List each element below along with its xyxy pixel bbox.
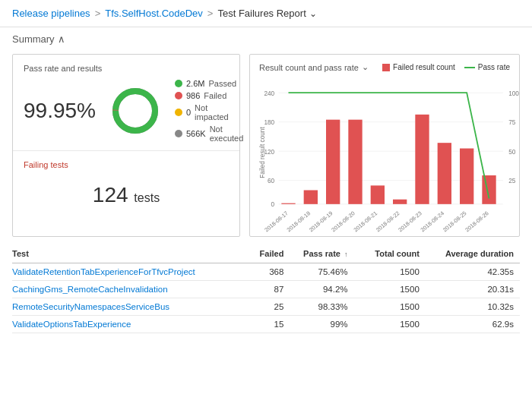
svg-text:2018-08-20: 2018-08-20 bbox=[330, 210, 356, 233]
not-executed-value: 566K bbox=[186, 129, 206, 138]
passed-dot bbox=[175, 80, 182, 87]
col-total: Total count bbox=[362, 244, 426, 263]
cell-empty bbox=[354, 298, 362, 316]
bar-8 bbox=[460, 149, 473, 204]
breadcrumb-part2[interactable]: Tfs.SelfHost.CodeDev bbox=[105, 8, 203, 19]
donut-svg bbox=[109, 85, 161, 137]
svg-text:2018-08-22: 2018-08-22 bbox=[375, 210, 401, 233]
passed-value: 2.6M bbox=[186, 79, 204, 88]
pass-rate-content: 99.95% 2.6M bbox=[24, 79, 229, 143]
pass-rate-line bbox=[289, 93, 489, 198]
legend-not-impacted: 0 Not impacted bbox=[175, 103, 243, 121]
chart-legend: 2.6M Passed 986 Failed 0 Not impacted bbox=[175, 79, 243, 143]
cell-total: 1500 bbox=[362, 281, 426, 298]
bar-9 bbox=[482, 175, 496, 204]
summary-section: Summary ∧ bbox=[0, 27, 532, 54]
chevron-down-icon[interactable]: ⌄ bbox=[309, 8, 317, 19]
bar-4 bbox=[371, 185, 385, 203]
chart-inner: Result count and pass rate ⌄ Failed resu… bbox=[250, 55, 519, 236]
failing-label-text: tests bbox=[134, 191, 160, 204]
legend-failed: 986 Failed bbox=[175, 91, 243, 100]
cell-pass-rate: 98.33% bbox=[290, 298, 353, 316]
bar-6 bbox=[415, 115, 429, 204]
table-header-row: Test Failed Pass rate ↑ Total count Aver… bbox=[12, 244, 520, 263]
svg-point-1 bbox=[116, 91, 155, 131]
col-pass-rate: Pass rate ↑ bbox=[290, 244, 353, 263]
cell-total: 1500 bbox=[362, 316, 426, 333]
bar-chart-svg: 240 180 120 60 0 100 75 50 25 Failed res… bbox=[259, 77, 510, 229]
cell-empty bbox=[354, 263, 362, 281]
svg-text:50: 50 bbox=[508, 149, 516, 156]
failed-bar-icon bbox=[382, 64, 390, 71]
bar-1 bbox=[304, 191, 318, 204]
chart-area: 240 180 120 60 0 100 75 50 25 Failed res… bbox=[259, 77, 510, 229]
chart-title: Result count and pass rate ⌄ bbox=[259, 62, 369, 72]
cell-avg-dur: 42.35s bbox=[426, 263, 520, 281]
bar-5 bbox=[393, 200, 407, 204]
cell-test[interactable]: CachingGms_RemoteCacheInvalidation bbox=[12, 281, 252, 298]
cell-pass-rate: 94.2% bbox=[290, 281, 353, 298]
svg-text:25: 25 bbox=[508, 178, 516, 184]
sort-icon[interactable]: ↑ bbox=[344, 251, 348, 258]
failing-number: 124 bbox=[93, 183, 128, 206]
cell-avg-dur: 62.9s bbox=[426, 316, 520, 333]
cell-avg-dur: 20.31s bbox=[426, 281, 520, 298]
svg-text:240: 240 bbox=[264, 90, 274, 97]
cell-total: 1500 bbox=[362, 263, 426, 281]
summary-header[interactable]: Summary ∧ bbox=[12, 33, 520, 45]
passed-label: Passed bbox=[208, 79, 236, 88]
not-impacted-dot bbox=[175, 109, 182, 116]
legend-passed: 2.6M Passed bbox=[175, 79, 243, 88]
chart-chevron-icon[interactable]: ⌄ bbox=[362, 62, 369, 72]
svg-text:2018-08-19: 2018-08-19 bbox=[308, 210, 334, 233]
cell-empty bbox=[354, 281, 362, 298]
svg-text:2018-08-18: 2018-08-18 bbox=[286, 210, 312, 233]
breadcrumb-part3: Test Failures Report ⌄ bbox=[217, 8, 316, 19]
breadcrumb-part1[interactable]: Release pipelines bbox=[12, 8, 90, 19]
table-row: RemoteSecurityNamespacesServiceBus 25 98… bbox=[12, 298, 520, 316]
chart-card: Result count and pass rate ⌄ Failed resu… bbox=[249, 54, 520, 237]
pass-line-icon bbox=[464, 67, 475, 68]
pass-rate-section: Pass rate and results 99.95% bbox=[13, 55, 239, 151]
collapse-icon: ∧ bbox=[58, 33, 65, 45]
cell-failed: 87 bbox=[252, 281, 290, 298]
chart-legend-items: Failed result count Pass rate bbox=[382, 63, 510, 71]
not-executed-label: Not executed bbox=[210, 125, 244, 143]
legend-failed-bar: Failed result count bbox=[382, 63, 455, 71]
table-row: ValidateRetentionTabExperienceForTfvcPro… bbox=[12, 263, 520, 281]
pass-rate-card: Pass rate and results 99.95% bbox=[12, 54, 240, 237]
cards-row: Pass rate and results 99.95% bbox=[0, 54, 532, 237]
results-table: Test Failed Pass rate ↑ Total count Aver… bbox=[12, 244, 520, 333]
svg-text:2018-08-23: 2018-08-23 bbox=[397, 210, 423, 233]
svg-text:2018-08-17: 2018-08-17 bbox=[263, 210, 290, 233]
col-avg-dur: Average duration bbox=[426, 244, 520, 263]
svg-text:Failed result count: Failed result count bbox=[259, 127, 266, 178]
donut-chart bbox=[109, 85, 161, 137]
failed-value: 986 bbox=[186, 91, 200, 100]
col-spacer bbox=[354, 244, 362, 263]
not-impacted-value: 0 bbox=[186, 108, 191, 117]
breadcrumb-sep1: > bbox=[95, 8, 101, 19]
svg-text:2018-08-25: 2018-08-25 bbox=[442, 210, 468, 233]
cell-total: 1500 bbox=[362, 298, 426, 316]
pass-rate-title: Pass rate and results bbox=[24, 64, 229, 73]
bar-7 bbox=[438, 143, 451, 204]
cell-test[interactable]: ValidateRetentionTabExperienceForTfvcPro… bbox=[12, 263, 252, 281]
cell-test[interactable]: ValidateOptionsTabExperience bbox=[12, 316, 252, 333]
legend-not-executed: 566K Not executed bbox=[175, 125, 243, 143]
breadcrumb-sep2: > bbox=[207, 8, 214, 19]
svg-text:60: 60 bbox=[268, 178, 275, 184]
bar-2 bbox=[326, 120, 340, 204]
chart-header: Result count and pass rate ⌄ Failed resu… bbox=[259, 62, 510, 72]
cell-pass-rate: 99% bbox=[290, 316, 353, 333]
failing-title: Failing tests bbox=[24, 160, 229, 169]
cell-test[interactable]: RemoteSecurityNamespacesServiceBus bbox=[12, 298, 252, 316]
svg-text:180: 180 bbox=[264, 119, 274, 126]
failing-count: 124 tests bbox=[24, 175, 229, 215]
svg-text:0: 0 bbox=[271, 202, 275, 209]
bar-0 bbox=[281, 203, 295, 204]
cell-pass-rate: 75.46% bbox=[290, 263, 353, 281]
summary-label: Summary bbox=[12, 33, 55, 45]
legend-pass-line: Pass rate bbox=[464, 63, 510, 71]
cell-failed: 25 bbox=[252, 298, 290, 316]
